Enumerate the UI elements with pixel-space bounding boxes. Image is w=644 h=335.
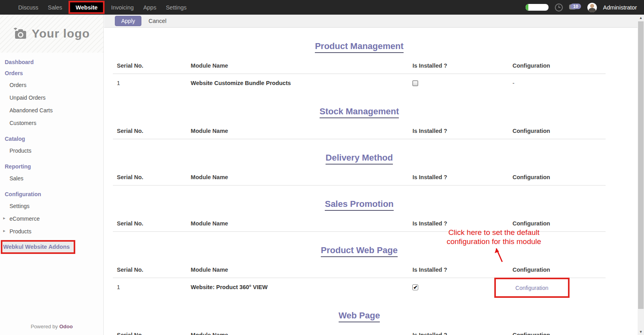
nav-item-apps[interactable]: Apps bbox=[139, 0, 161, 15]
table-header-row: Serial No.Module NameIs Installed ?Confi… bbox=[113, 259, 606, 278]
section-sales-promotion: Sales PromotionSerial No.Module NameIs I… bbox=[113, 199, 606, 232]
module-table: Serial No.Module NameIs Installed ?Confi… bbox=[113, 121, 606, 139]
message-count-badge: 10 bbox=[570, 4, 581, 9]
nav-menu: DiscussSalesWebsiteInvoicingAppsSettings bbox=[13, 0, 191, 15]
menu-gap bbox=[5, 129, 103, 133]
app-window: DiscussSalesWebsiteInvoicingAppsSettings… bbox=[0, 0, 644, 335]
section-heading: Delivery Method bbox=[113, 153, 606, 165]
table-row: 1Website: Product 360° VIEW✔Configuratio… bbox=[113, 278, 606, 297]
column-header-module-name: Module Name bbox=[187, 325, 409, 335]
module-table: Serial No.Module NameIs Installed ?Confi… bbox=[113, 259, 606, 297]
module-table: Serial No.Module NameIs Installed ?Confi… bbox=[113, 55, 606, 93]
column-header-is-installed-: Is Installed ? bbox=[408, 325, 509, 335]
table-header-row: Serial No.Module NameIs Installed ?Confi… bbox=[113, 121, 606, 139]
progress-bar bbox=[526, 4, 549, 11]
sidebar-header-dashboard[interactable]: Dashboard bbox=[5, 57, 103, 68]
powered-by-text: Powered by bbox=[30, 324, 58, 329]
progress-fill bbox=[526, 4, 529, 11]
cancel-button[interactable]: Cancel bbox=[149, 18, 166, 24]
logo-area[interactable]: Your logo bbox=[0, 15, 103, 53]
section-heading: Stock Management bbox=[113, 106, 606, 118]
sidebar-item-ecommerce[interactable]: ▸eCommerce bbox=[5, 212, 103, 225]
annotation-text: Click here to set the default configurat… bbox=[434, 228, 553, 246]
column-header-serial-no-: Serial No. bbox=[113, 325, 187, 335]
vertical-scrollbar[interactable]: ▲ ▼ bbox=[638, 15, 644, 335]
section-heading-link[interactable]: Delivery Method bbox=[326, 153, 393, 165]
configuration-button[interactable]: Configuration bbox=[515, 285, 548, 291]
installed-checkbox[interactable]: ✔ bbox=[412, 284, 418, 290]
camera-icon bbox=[13, 28, 28, 40]
scroll-down-arrow[interactable]: ▼ bbox=[638, 329, 644, 335]
sidebar-item-sales[interactable]: Sales bbox=[5, 172, 103, 185]
sidebar-header-configuration[interactable]: Configuration bbox=[5, 189, 103, 200]
section-heading-link[interactable]: Product Web Page bbox=[321, 245, 398, 257]
section-heading: Web Page bbox=[113, 310, 606, 322]
sidebar-menu: DashboardOrdersOrdersUnpaid OrdersAbando… bbox=[0, 53, 103, 254]
sidebar-item-webkul-website-addons[interactable]: Webkul Website Addons bbox=[1, 240, 75, 254]
section-heading: Product Web Page bbox=[113, 245, 606, 257]
column-header-module-name: Module Name bbox=[187, 167, 409, 185]
chevron-right-icon[interactable]: ▸ bbox=[3, 216, 6, 220]
module-name-cell: Website: Product 360° VIEW bbox=[187, 278, 409, 297]
table-row: 1Website Customize Bundle Products- bbox=[113, 74, 606, 93]
odoo-brand[interactable]: Odoo bbox=[59, 324, 73, 329]
sidebar-item-abandoned-carts[interactable]: Abandoned Carts bbox=[5, 104, 103, 117]
nav-item-website[interactable]: Website bbox=[69, 1, 105, 14]
installed-cell: ✔ bbox=[408, 278, 509, 297]
table-header-row: Serial No.Module NameIs Installed ?Confi… bbox=[113, 167, 606, 185]
menu-gap bbox=[5, 185, 103, 189]
messages-button[interactable]: 10 bbox=[569, 3, 581, 12]
nav-item-discuss[interactable]: Discuss bbox=[13, 0, 43, 15]
column-header-serial-no-: Serial No. bbox=[113, 121, 187, 139]
sidebar-item-customers[interactable]: Customers bbox=[5, 117, 103, 129]
column-header-is-installed-: Is Installed ? bbox=[408, 121, 509, 139]
serial-cell: 1 bbox=[113, 74, 187, 93]
form-toolbar: Apply Cancel bbox=[104, 15, 644, 28]
section-product-management: Product ManagementSerial No.Module NameI… bbox=[113, 41, 606, 93]
scrollbar-thumb[interactable] bbox=[638, 21, 644, 309]
section-heading: Product Management bbox=[113, 41, 606, 53]
chevron-right-icon[interactable]: ▸ bbox=[3, 229, 6, 233]
section-heading-link[interactable]: Product Management bbox=[315, 41, 404, 53]
section-stock-management: Stock ManagementSerial No.Module NameIs … bbox=[113, 106, 606, 139]
scroll-up-arrow[interactable]: ▲ bbox=[638, 15, 644, 21]
section-delivery-method: Delivery MethodSerial No.Module NameIs I… bbox=[113, 153, 606, 185]
table-header-row: Serial No.Module NameIs Installed ?Confi… bbox=[113, 325, 606, 335]
installed-cell bbox=[408, 74, 509, 93]
sidebar-item-products[interactable]: Products bbox=[5, 144, 103, 157]
sidebar-header-catalog[interactable]: Catalog bbox=[5, 133, 103, 144]
section-heading-link[interactable]: Stock Management bbox=[320, 106, 399, 118]
module-table: Serial No.Module NameIs Installed ?Confi… bbox=[113, 167, 606, 185]
section-heading-link[interactable]: Sales Promotion bbox=[325, 199, 394, 211]
column-header-module-name: Module Name bbox=[187, 55, 409, 74]
sidebar: Your logo DashboardOrdersOrdersUnpaid Or… bbox=[0, 15, 104, 335]
column-header-configuration: Configuration bbox=[509, 259, 606, 278]
column-header-configuration: Configuration bbox=[509, 325, 606, 335]
nav-item-settings[interactable]: Settings bbox=[161, 0, 191, 15]
clock-icon[interactable] bbox=[555, 4, 563, 11]
column-header-configuration: Configuration bbox=[509, 121, 606, 139]
column-header-serial-no-: Serial No. bbox=[113, 167, 187, 185]
powered-by: Powered by Odoo bbox=[0, 324, 103, 329]
section-heading: Sales Promotion bbox=[113, 199, 606, 211]
user-avatar[interactable] bbox=[587, 3, 597, 12]
nav-item-invoicing[interactable]: Invoicing bbox=[106, 0, 138, 15]
section-heading-link[interactable]: Web Page bbox=[339, 310, 380, 322]
apply-button[interactable]: Apply bbox=[115, 16, 141, 26]
sections-container: Product ManagementSerial No.Module NameI… bbox=[104, 41, 644, 335]
sidebar-item-products[interactable]: ▸Products bbox=[5, 225, 103, 238]
sidebar-item-unpaid-orders[interactable]: Unpaid Orders bbox=[5, 91, 103, 104]
column-header-serial-no-: Serial No. bbox=[113, 213, 187, 232]
sidebar-item-orders[interactable]: Orders bbox=[5, 79, 103, 91]
sidebar-header-reporting[interactable]: Reporting bbox=[5, 161, 103, 172]
installed-checkbox[interactable] bbox=[412, 80, 418, 86]
sidebar-header-orders[interactable]: Orders bbox=[5, 68, 103, 79]
nav-item-sales[interactable]: Sales bbox=[43, 0, 67, 15]
logo-text: Your logo bbox=[32, 27, 90, 40]
module-name-cell: Website Customize Bundle Products bbox=[187, 74, 409, 93]
user-name[interactable]: Administrator bbox=[603, 4, 637, 11]
column-header-configuration: Configuration bbox=[509, 55, 606, 74]
sidebar-item-settings[interactable]: Settings bbox=[5, 200, 103, 212]
section-web-page: Web PageSerial No.Module NameIs Installe… bbox=[113, 310, 606, 335]
column-header-module-name: Module Name bbox=[187, 213, 409, 232]
